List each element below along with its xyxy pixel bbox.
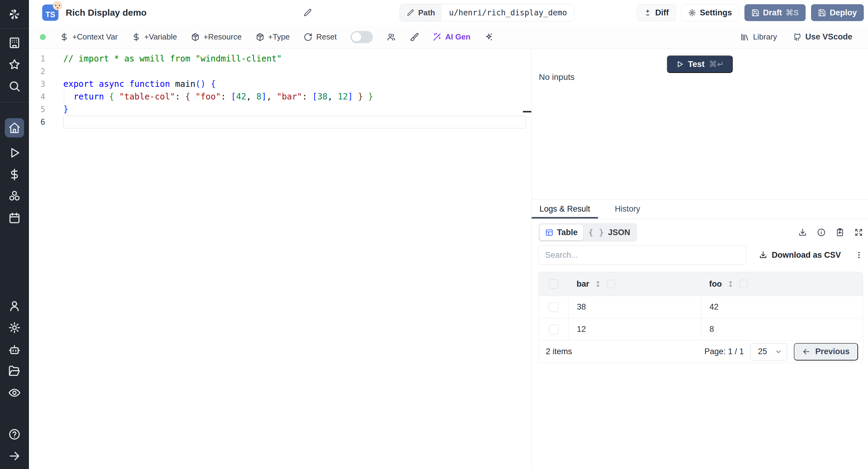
sidebar-item-search[interactable] (8, 80, 21, 93)
editor-line[interactable]: 4 return { "table-col": { "foo": [42, 8]… (29, 90, 531, 103)
settings-button[interactable]: Settings (681, 4, 739, 21)
clipboard-copy-icon[interactable] (835, 228, 844, 237)
table-cell: 12 (569, 318, 701, 340)
sidebar-item-variables[interactable] (8, 168, 21, 181)
code-text[interactable] (63, 65, 531, 78)
editor-line[interactable]: 6 (29, 116, 531, 128)
page-title: Rich Display demo (66, 7, 147, 18)
test-shortcut: ⌘↵ (709, 59, 724, 69)
path-field[interactable]: Path u/henri/rich_display_demo (400, 4, 575, 22)
column-handle[interactable] (607, 280, 615, 288)
use-vscode-button[interactable]: Use VScode (793, 32, 852, 41)
view-json-button[interactable]: { } JSON (583, 224, 636, 240)
row-checkbox[interactable] (549, 279, 558, 289)
gear-icon (688, 9, 696, 17)
add-context-var-button[interactable]: +Context Var (60, 32, 118, 41)
sidebar-item-schedules[interactable] (8, 212, 21, 224)
expand-icon[interactable] (854, 228, 863, 237)
test-button[interactable]: Test ⌘↵ (667, 56, 733, 73)
sidebar-item-audit[interactable] (8, 386, 21, 399)
line-number: 6 (29, 116, 63, 128)
sidebar-item-settings[interactable] (8, 321, 21, 334)
arrow-right-icon (8, 450, 21, 462)
search-input[interactable] (538, 245, 746, 264)
library-button[interactable]: Library (740, 32, 777, 41)
code-text[interactable] (63, 116, 531, 128)
info-icon[interactable] (817, 228, 826, 237)
code-text[interactable]: // import * as wmill from "windmill-clie… (63, 53, 531, 65)
table-cell: 8 (701, 318, 863, 340)
save-icon (751, 9, 760, 17)
diff-mode-toggle[interactable] (350, 31, 373, 43)
draft-shortcut: ⌘S (786, 8, 799, 18)
typescript-badge: TS (42, 4, 59, 21)
editor-line[interactable]: 2 (29, 65, 531, 78)
tab-logs-result[interactable]: Logs & Result (532, 199, 598, 219)
diff-icon (644, 9, 652, 17)
pencil-icon (407, 9, 414, 17)
editor-line[interactable]: 5} (29, 103, 531, 116)
results-section: Logs & Result History Table { } (532, 199, 868, 469)
sidebar-expand[interactable] (8, 450, 21, 462)
sort-icon[interactable] (727, 280, 735, 288)
result-view-toggle: Table { } JSON (538, 223, 637, 242)
results-tabs: Logs & Result History (532, 199, 868, 219)
gear-icon (8, 321, 21, 334)
sidebar-item-resources[interactable] (8, 190, 21, 202)
right-panel: Test ⌘↵ No inputs Logs & Result History (532, 49, 868, 469)
download-icon[interactable] (798, 228, 807, 237)
format-button[interactable] (410, 33, 418, 41)
code-editor[interactable]: 1// import * as wmill from "windmill-cli… (29, 49, 532, 469)
sidebar-item-runs[interactable] (8, 147, 21, 159)
edit-summary-button[interactable] (303, 8, 312, 17)
column-handle[interactable] (739, 280, 748, 288)
calendar-icon (8, 212, 21, 224)
editor-line[interactable]: 1// import * as wmill from "windmill-cli… (29, 53, 531, 65)
code-text[interactable]: export async function main() { (63, 78, 531, 90)
star-icon (8, 58, 21, 71)
code-text[interactable]: } (63, 103, 531, 116)
windmill-logo[interactable] (0, 0, 29, 29)
sparkles-button[interactable] (484, 33, 493, 41)
column-header[interactable]: bar (569, 279, 701, 289)
previous-page-button[interactable]: Previous (794, 343, 858, 361)
sidebar-item-favorites[interactable] (8, 58, 21, 71)
sidebar-item-workers[interactable] (8, 343, 21, 356)
editor-line[interactable]: 3export async function main() { (29, 78, 531, 90)
building-icon (8, 36, 21, 49)
eye-icon (8, 386, 21, 399)
add-variable-button[interactable]: +Variable (132, 32, 177, 41)
reset-button[interactable]: Reset (304, 32, 337, 41)
no-inputs-label: No inputs (539, 72, 575, 82)
sidebar-item-users[interactable] (8, 300, 21, 312)
tab-history[interactable]: History (607, 199, 648, 219)
download-csv-button[interactable]: Download as CSV (759, 250, 841, 260)
code-text[interactable]: return { "table-col": { "foo": [42, 8], … (63, 90, 531, 103)
multiplayer-button[interactable] (387, 33, 396, 41)
row-checkbox[interactable] (549, 302, 558, 312)
line-number: 2 (29, 65, 63, 78)
table-row[interactable]: 128 (538, 318, 863, 340)
row-checkbox[interactable] (549, 324, 558, 334)
add-resource-button[interactable]: +Resource (191, 32, 241, 41)
sidebar-item-workspace[interactable] (8, 36, 21, 49)
items-count: 2 items (546, 347, 572, 356)
more-menu-button[interactable] (855, 251, 863, 259)
sidebar-item-folders[interactable] (8, 365, 21, 377)
deploy-button[interactable]: Deploy (811, 4, 864, 21)
sort-icon[interactable] (594, 280, 602, 288)
download-icon (759, 251, 767, 259)
sidebar-item-home[interactable] (5, 118, 24, 137)
ai-gen-button[interactable]: AI Gen (433, 32, 470, 41)
view-table-button[interactable]: Table (540, 224, 583, 240)
diff-button[interactable]: Diff (637, 4, 676, 21)
column-header[interactable]: foo (701, 279, 863, 289)
table-icon (545, 228, 553, 237)
table-row[interactable]: 3842 (538, 296, 863, 318)
result-table-footer: 2 items Page: 1 / 1 25 Pre (538, 340, 863, 363)
page-size-select[interactable]: 25 (750, 343, 787, 361)
sidebar-item-help[interactable] (8, 428, 21, 441)
indent-guide (64, 90, 64, 103)
add-type-button[interactable]: +Type (255, 32, 290, 41)
save-draft-button[interactable]: Draft ⌘S (744, 4, 806, 21)
